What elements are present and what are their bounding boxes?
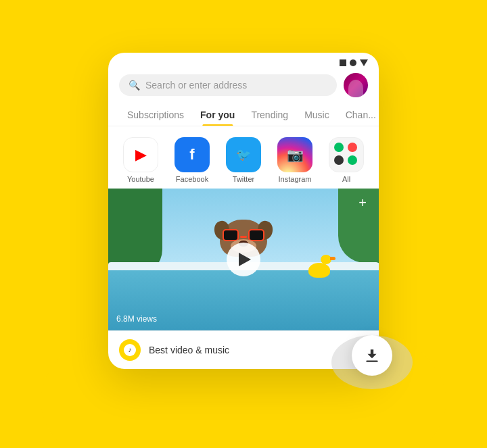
avatar-silhouette [348, 80, 363, 97]
youtube-icon-circle: ▶ [123, 137, 158, 172]
download-fab[interactable] [352, 335, 392, 376]
social-item-twitter[interactable]: 🐦 Twitter [219, 137, 268, 183]
twitter-icon: 🐦 [236, 147, 251, 162]
status-circle-icon [350, 59, 356, 66]
search-bar[interactable]: 🔍 Search or enter address [119, 74, 337, 96]
all-icon-circle [329, 137, 364, 172]
youtube-icon: ▶ [135, 146, 147, 164]
download-icon [363, 347, 381, 364]
rubber-duck [308, 263, 330, 278]
social-item-all[interactable]: All [322, 137, 371, 183]
avatar[interactable] [344, 73, 368, 97]
tab-music[interactable]: Music [296, 104, 338, 126]
nav-tabs: Subscriptions For you Trending Music Cha… [108, 104, 379, 126]
duck-head [321, 255, 331, 264]
all-grid [334, 143, 358, 167]
twitter-label: Twitter [233, 175, 254, 183]
instagram-label: Instagram [279, 175, 312, 183]
social-item-youtube[interactable]: ▶ Youtube [116, 137, 165, 183]
instagram-icon-circle: 📷 [277, 137, 312, 172]
twitter-icon-circle: 🐦 [226, 137, 261, 172]
tab-for-you[interactable]: For you [192, 104, 243, 126]
sunglass-right [248, 229, 264, 241]
play-icon [239, 253, 251, 266]
play-button[interactable] [227, 243, 260, 276]
video-title: Best video & music [149, 345, 229, 355]
svg-rect-0 [366, 360, 377, 362]
duck-body [308, 263, 330, 278]
video-container[interactable]: + 6.8M views [108, 189, 379, 330]
youtube-label: Youtube [127, 175, 154, 183]
social-icons-row: ▶ Youtube f Facebook 🐦 Twitter [108, 126, 379, 189]
duck-beak [330, 257, 335, 260]
tab-subscriptions[interactable]: Subscriptions [119, 104, 192, 126]
tab-channels[interactable]: Chan... [338, 104, 379, 126]
social-item-facebook[interactable]: f Facebook [168, 137, 216, 183]
social-item-instagram[interactable]: 📷 Instagram [271, 137, 319, 183]
search-icon: 🔍 [129, 80, 140, 91]
plus-button[interactable]: + [354, 195, 371, 211]
search-placeholder: Search or enter address [145, 80, 247, 91]
status-triangle-icon [360, 59, 368, 66]
phone-card: 🔍 Search or enter address Subscriptions … [108, 53, 379, 369]
search-bar-row: 🔍 Search or enter address [108, 70, 379, 104]
facebook-icon-circle: f [175, 137, 210, 172]
channel-icon: ♪ [119, 339, 141, 361]
status-square-icon [340, 59, 346, 66]
instagram-icon: 📷 [287, 147, 304, 163]
tab-trending[interactable]: Trending [243, 104, 296, 126]
all-label: All [342, 175, 350, 183]
views-badge: 6.8M views [116, 314, 157, 324]
facebook-label: Facebook [176, 175, 208, 183]
facebook-icon: f [189, 146, 194, 164]
sunglass-bridge [240, 236, 246, 238]
status-bar [108, 53, 379, 70]
music-note-icon: ♪ [129, 346, 132, 353]
channel-icon-inner: ♪ [124, 344, 136, 356]
video-thumbnail: + 6.8M views [108, 189, 379, 330]
